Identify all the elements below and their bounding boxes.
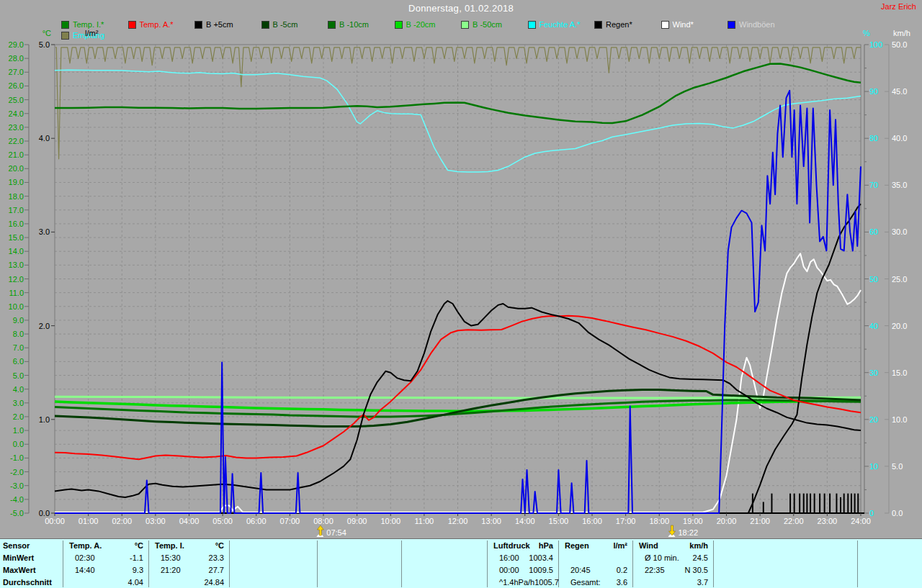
pct-tick-label: 90 [869, 87, 878, 96]
stats-cell-value: 3.7 [697, 576, 708, 588]
stats-cell-value: 24.5 [693, 552, 708, 564]
stats-cell-value: 1003.4 [529, 552, 553, 564]
stats-cell-row: Gesamt:3.6 [559, 576, 632, 588]
pct-tick-label: 10 [869, 462, 878, 471]
stats-column-temp-a-: Temp. A.°C02:30-1.114:409.34.04 [63, 539, 148, 588]
x-tick-label: 19:00 [683, 517, 703, 525]
x-tick-label: 15:00 [549, 517, 569, 525]
pct-axis-unit: % [863, 29, 870, 37]
stats-cell-time: 00:00 [499, 564, 519, 576]
temp-tick-label: 11.0 [9, 289, 24, 297]
stats-cell-value: 23.3 [209, 552, 224, 564]
x-tick-label: 20:00 [717, 517, 737, 525]
kmh-tick-label: 50.0 [892, 40, 907, 49]
pct-tick-label: 40 [869, 322, 878, 330]
x-tick-label: 08:00 [313, 517, 334, 525]
kmh-tick-label: 20.0 [892, 322, 907, 330]
sunset-marker [668, 525, 676, 537]
temp-tick-label: 18.0 [9, 192, 24, 201]
stats-column-luftdruck: LuftdruckhPa16:001003.400:001009.5^1.4hP… [488, 539, 558, 588]
weather-chart: -5.0-4.0-3.0-2.0-1.00.01.02.03.04.05.06.… [0, 0, 922, 538]
stats-cell-value: 1009.5 [529, 564, 553, 576]
sunset-marker-time: 18:22 [679, 528, 699, 537]
temp-tick-label: 20.0 [9, 164, 24, 173]
kmh-tick-label: 10.0 [892, 415, 907, 424]
temp-tick-label: 14.0 [9, 247, 24, 255]
temp-tick-label: 10.0 [9, 302, 24, 311]
sunrise-marker-time: 07:54 [326, 528, 346, 537]
temp-tick-label: 28.0 [9, 54, 24, 63]
lm2-tick-label: 5.0 [39, 40, 50, 49]
stats-header-unit: °C [135, 540, 143, 552]
stats-cell-time: 21:20 [161, 564, 181, 576]
stats-header-label: Temp. I. [155, 540, 184, 552]
temp-tick-label: 13.0 [9, 261, 24, 269]
stats-cell-row [559, 552, 632, 564]
table-separator [857, 540, 858, 587]
kmh-tick-label: 45.0 [892, 87, 907, 96]
stats-cell-row: ^1.4hPa/h1005.7 [488, 576, 558, 588]
temp-tick-label: -5.0 [10, 509, 24, 517]
x-tick-label: 06:00 [246, 517, 267, 525]
temp-tick-label: 15.0 [9, 233, 24, 242]
lm2-axis-unit: l/m² [85, 29, 99, 37]
pct-tick-label: 80 [869, 134, 878, 143]
x-tick-label: 21:00 [750, 517, 770, 525]
stats-cell-time: 20:45 [570, 564, 591, 576]
stats-cell-value: 9.3 [133, 564, 143, 576]
stats-cell-value: N 30.5 [685, 564, 708, 576]
table-separator [229, 540, 230, 587]
stats-header-unit: hPa [539, 540, 553, 552]
temp-tick-label: 29.0 [9, 40, 24, 49]
stats-cell-row: 21:2027.7 [149, 564, 228, 576]
x-tick-label: 02:00 [112, 517, 132, 525]
temp-tick-label: 2.0 [13, 412, 24, 421]
temp-tick-label: -3.0 [10, 481, 24, 490]
stats-cell-time: 02:30 [75, 552, 95, 564]
stats-column-header: Windkm/h [633, 540, 712, 552]
stats-row-labels: SensorMinWertMaxWertDurchschnitt [0, 539, 62, 588]
sunrise-marker-arrow-icon [317, 525, 323, 535]
x-tick-label: 11:00 [415, 517, 434, 525]
table-separator [713, 540, 714, 587]
x-tick-label: 17:00 [616, 517, 636, 525]
stats-column-header: LuftdruckhPa [488, 540, 558, 552]
kmh-axis-unit: km/h [893, 29, 910, 37]
stats-header-unit: km/h [689, 540, 708, 552]
stats-row-label: MaxWert [0, 564, 36, 576]
pct-tick-label: 70 [869, 181, 878, 189]
temp-tick-label: 3.0 [13, 399, 24, 407]
stats-header-unit: l/m² [613, 540, 627, 552]
x-tick-label: 23:00 [818, 517, 838, 525]
pct-tick-label: 20 [869, 415, 878, 424]
x-tick-label: 12:00 [448, 517, 468, 525]
temp-tick-label: 4.0 [13, 385, 24, 394]
pct-tick-label: 50 [869, 275, 878, 284]
temp-tick-label: 21.0 [9, 150, 24, 159]
table-separator [317, 540, 318, 587]
kmh-tick-label: 25.0 [892, 275, 907, 284]
pct-tick-label: 100 [869, 40, 882, 49]
stats-cell-value: 27.7 [209, 564, 224, 576]
temp-tick-label: 19.0 [9, 178, 24, 186]
lm2-tick-label: 2.0 [39, 322, 50, 330]
stats-cell-value: 0.2 [617, 564, 627, 576]
sunset-marker-arrow-icon [669, 525, 676, 535]
stats-cell-row: 20:450.2 [559, 564, 632, 576]
stats-cell-row: 16:001003.4 [488, 552, 558, 564]
x-tick-label: 03:00 [146, 517, 166, 525]
temp-tick-label: 12.0 [9, 275, 24, 284]
stats-header-label: Wind [639, 540, 658, 552]
x-tick-label: 05:00 [212, 517, 233, 525]
x-tick-label: 00:00 [45, 517, 65, 525]
table-separator [401, 540, 402, 587]
pct-tick-label: 30 [869, 368, 878, 377]
x-tick-label: 24:00 [851, 517, 871, 525]
temp-tick-label: 5.0 [13, 371, 24, 380]
temp-tick-label: 17.0 [9, 206, 24, 214]
temp-tick-label: -1.0 [10, 453, 24, 462]
lm2-tick-label: 4.0 [39, 134, 50, 143]
temp-tick-label: 23.0 [9, 123, 24, 132]
lm2-tick-label: 1.0 [39, 415, 50, 424]
temp-tick-label: 6.0 [13, 357, 24, 366]
